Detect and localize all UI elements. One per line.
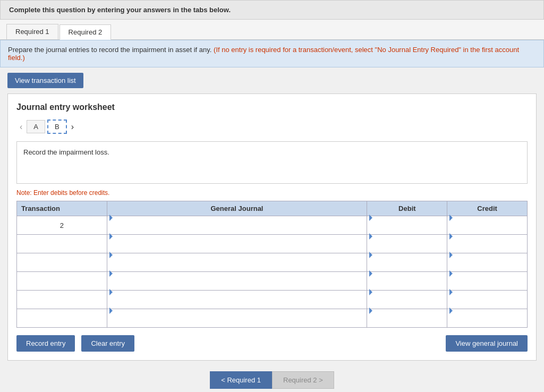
general-journal-input[interactable] <box>109 221 365 237</box>
instruction-text: Complete this question by entering your … <box>9 6 231 14</box>
cell-indicator <box>109 289 113 295</box>
general-journal-cell[interactable] <box>107 291 367 309</box>
debit-input[interactable] <box>369 296 445 312</box>
credit-cell[interactable] <box>447 309 528 328</box>
cell-indicator <box>369 270 372 277</box>
journal-table: Transaction General Journal Debit Credit <box>16 201 528 328</box>
cell-indicator <box>369 289 372 295</box>
worksheet-title: Journal entry worksheet <box>16 103 528 112</box>
debit-cell[interactable] <box>367 291 447 309</box>
debit-cell[interactable] <box>367 253 447 272</box>
transaction-cell <box>17 235 107 253</box>
cell-indicator <box>109 252 113 258</box>
instruction-banner: Complete this question by entering your … <box>0 0 544 20</box>
credit-cell[interactable] <box>447 291 528 309</box>
general-journal-input[interactable] <box>109 259 365 275</box>
tab-required-1[interactable]: Required 1 <box>6 24 58 39</box>
cell-indicator <box>449 252 453 258</box>
tab-required-2[interactable]: Required 2 <box>60 24 112 40</box>
credit-input[interactable] <box>449 314 525 330</box>
action-buttons: Record entry Clear entry View general jo… <box>16 335 528 352</box>
cell-indicator <box>449 233 453 240</box>
debit-input[interactable] <box>369 259 445 275</box>
next-required-button[interactable]: Required 2 > <box>272 371 334 389</box>
clear-entry-button[interactable]: Clear entry <box>81 335 134 352</box>
debit-cell[interactable] <box>367 272 447 291</box>
next-entry-chevron[interactable]: › <box>68 120 77 134</box>
cell-indicator <box>449 289 453 295</box>
debit-cell[interactable] <box>367 235 447 253</box>
cell-indicator <box>369 252 372 258</box>
general-journal-input[interactable] <box>109 277 365 293</box>
cell-indicator <box>109 308 113 314</box>
general-journal-input[interactable] <box>109 296 365 312</box>
general-journal-cell[interactable] <box>107 309 367 328</box>
worksheet-card: Journal entry worksheet ‹ A B › Record t… <box>7 93 537 361</box>
cell-indicator <box>449 270 453 277</box>
transaction-cell <box>17 272 107 291</box>
general-journal-input[interactable] <box>109 240 365 256</box>
tab-bar: Required 1 Required 2 <box>0 20 544 40</box>
entry-tab-a[interactable]: A <box>27 120 45 133</box>
transaction-cell <box>17 253 107 272</box>
general-journal-input[interactable] <box>109 314 365 330</box>
general-journal-cell[interactable] <box>107 253 367 272</box>
transaction-cell: 2 <box>17 216 107 235</box>
entry-nav: ‹ A B › <box>16 120 528 134</box>
entry-instruction-box: Record the impairment loss. <box>16 141 528 184</box>
col-header-transaction: Transaction <box>17 201 107 216</box>
cell-indicator <box>369 308 372 314</box>
table-row <box>17 309 528 328</box>
transaction-cell <box>17 309 107 328</box>
cell-indicator <box>369 233 372 240</box>
cell-indicator <box>369 215 372 221</box>
credit-input[interactable] <box>449 221 525 237</box>
cell-indicator <box>109 233 113 240</box>
credit-input[interactable] <box>449 296 525 312</box>
debit-cell[interactable] <box>367 309 447 328</box>
view-general-journal-button[interactable]: View general journal <box>446 335 528 352</box>
credit-input[interactable] <box>449 259 525 275</box>
col-header-debit: Debit <box>367 201 447 216</box>
cell-indicator <box>109 270 113 277</box>
view-transaction-button[interactable]: View transaction list <box>7 73 83 88</box>
record-entry-button[interactable]: Record entry <box>16 335 75 352</box>
col-header-credit: Credit <box>447 201 528 216</box>
prev-required-button[interactable]: < Required 1 <box>210 371 272 389</box>
entry-tab-b[interactable]: B <box>47 120 67 134</box>
debit-input[interactable] <box>369 240 445 256</box>
general-journal-cell[interactable] <box>107 235 367 253</box>
cell-indicator <box>109 215 113 221</box>
col-header-general-journal: General Journal <box>107 201 367 216</box>
general-journal-cell[interactable] <box>107 272 367 291</box>
bottom-nav: < Required 1 Required 2 > <box>210 371 334 389</box>
cell-indicator <box>449 308 453 314</box>
credit-cell[interactable] <box>447 216 528 235</box>
credit-cell[interactable] <box>447 235 528 253</box>
debit-input[interactable] <box>369 314 445 330</box>
credit-input[interactable] <box>449 240 525 256</box>
debit-input[interactable] <box>369 277 445 293</box>
info-main-text: Prepare the journal entries to record th… <box>8 46 211 54</box>
debit-cell[interactable] <box>367 216 447 235</box>
prev-entry-chevron[interactable]: ‹ <box>16 120 26 134</box>
entry-instruction-text: Record the impairment loss. <box>23 148 109 156</box>
credit-cell[interactable] <box>447 253 528 272</box>
credit-cell[interactable] <box>447 272 528 291</box>
info-box: Prepare the journal entries to record th… <box>0 40 544 67</box>
general-journal-cell[interactable] <box>107 216 367 235</box>
credit-input[interactable] <box>449 277 525 293</box>
transaction-cell <box>17 291 107 309</box>
cell-indicator <box>449 215 453 221</box>
debit-input[interactable] <box>369 221 445 237</box>
note-text: Note: Enter debits before credits. <box>16 189 528 197</box>
